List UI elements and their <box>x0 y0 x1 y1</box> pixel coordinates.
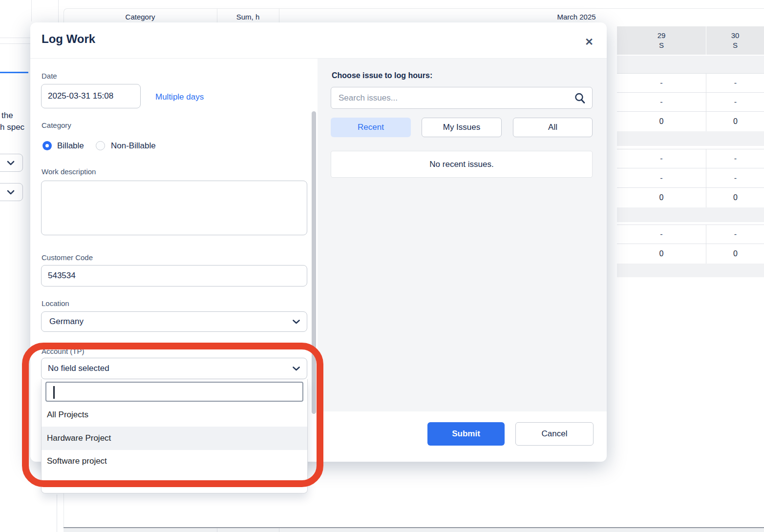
divider <box>279 528 279 532</box>
issue-panel <box>318 59 607 411</box>
table-row: - - <box>617 73 764 93</box>
cancel-button[interactable]: Cancel <box>515 422 594 446</box>
empty-issues-message: No recent issues. <box>331 151 593 178</box>
issue-panel-heading: Choose issue to log hours: <box>332 71 432 80</box>
account-option-yevhen[interactable]: Yevhen <box>42 472 307 493</box>
table-row: - - <box>617 168 764 188</box>
search-icon <box>574 92 592 104</box>
radio-non-billable-label: Non-Billable <box>111 141 156 151</box>
clipped-text: h spec <box>0 123 24 132</box>
active-tab-indicator <box>0 72 28 73</box>
location-label: Location <box>42 299 69 307</box>
table-row: 0 0 <box>617 244 764 264</box>
table-row: - - <box>617 225 764 244</box>
multiple-days-link[interactable]: Multiple days <box>155 92 204 102</box>
radio-billable[interactable] <box>42 141 52 150</box>
day-header-30: 30 S <box>706 26 764 55</box>
account-label: Account (TP) <box>42 347 85 355</box>
tab-recent[interactable]: Recent <box>331 118 411 137</box>
col-header-category: Category <box>64 12 217 22</box>
radio-billable-label: Billable <box>57 141 84 151</box>
collapse-row-button[interactable] <box>0 154 23 172</box>
col-header-sum: Sum, h <box>217 12 279 22</box>
category-label: Category <box>42 121 71 129</box>
table-row: - - <box>617 149 764 168</box>
table-row: 0 0 <box>617 111 764 132</box>
work-description-label: Work description <box>42 167 96 176</box>
bottom-table-header <box>64 528 764 532</box>
radio-non-billable[interactable] <box>96 141 105 150</box>
divider <box>217 528 217 532</box>
chevron-down-icon <box>293 320 307 324</box>
account-option-software-project[interactable]: Software project <box>42 450 307 472</box>
page: Category Sum, h March 2025 29 S 30 S - -… <box>0 0 764 532</box>
divider <box>58 0 59 23</box>
group-band <box>617 264 764 277</box>
text-cursor <box>53 386 55 399</box>
account-option-hardware-project[interactable]: Hardware Project <box>42 427 307 450</box>
work-description-textarea[interactable] <box>41 181 307 235</box>
account-search-input[interactable] <box>45 382 303 402</box>
divider <box>0 43 31 44</box>
customer-code-label: Customer Code <box>42 253 93 262</box>
day-header-29: 29 S <box>617 26 706 55</box>
divider <box>31 0 32 21</box>
customer-code-input[interactable]: 543534 <box>41 265 307 286</box>
account-dropdown: All Projects Hardware Project Software p… <box>41 379 308 493</box>
collapse-row-button[interactable] <box>0 183 23 201</box>
location-select[interactable]: Germany <box>41 311 307 332</box>
chevron-down-icon <box>7 161 15 165</box>
dialog-title: Log Work <box>42 32 95 46</box>
close-icon[interactable]: ✕ <box>582 35 596 49</box>
month-header: March 2025 <box>528 12 625 22</box>
tab-all[interactable]: All <box>513 118 593 137</box>
group-band <box>617 207 764 222</box>
chevron-down-icon <box>293 367 307 371</box>
issue-search-placeholder: Search issues... <box>331 93 398 103</box>
table-row: 0 0 <box>617 187 764 208</box>
divider <box>217 8 217 23</box>
account-option-all-projects[interactable]: All Projects <box>42 403 307 427</box>
table-row: - - <box>617 92 764 112</box>
submit-button[interactable]: Submit <box>427 422 505 446</box>
group-band <box>617 56 764 73</box>
account-select[interactable]: No field selected <box>41 358 307 379</box>
clipped-text: the <box>1 111 13 121</box>
divider <box>0 38 31 38</box>
date-input[interactable]: 2025-03-31 15:08 <box>41 84 141 108</box>
modal-scrollbar[interactable] <box>312 111 316 414</box>
tab-my-issues[interactable]: My Issues <box>422 118 502 137</box>
date-label: Date <box>42 72 57 80</box>
divider <box>279 8 279 23</box>
issue-search-input[interactable]: Search issues... <box>331 87 593 109</box>
divider <box>57 494 57 532</box>
group-band <box>617 131 764 146</box>
chevron-down-icon <box>7 190 15 195</box>
